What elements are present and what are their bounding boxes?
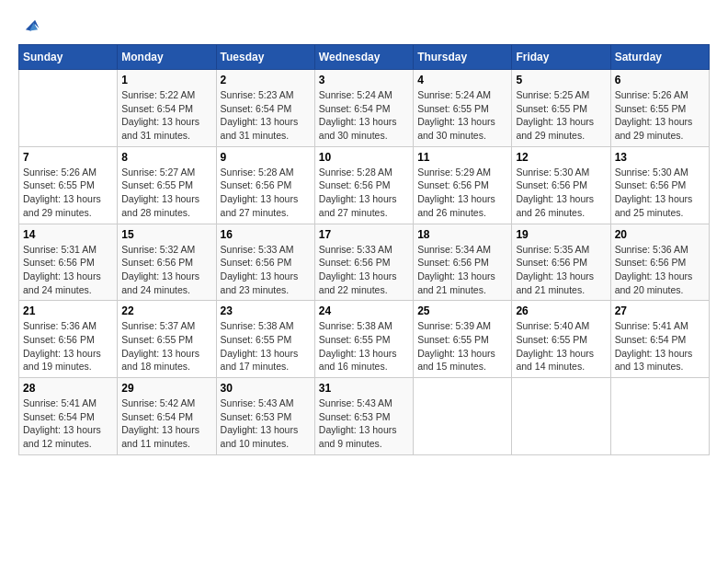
calendar-cell: 25Sunrise: 5:39 AM Sunset: 6:55 PM Dayli…: [414, 301, 512, 378]
day-number: 25: [417, 304, 507, 317]
day-number: 15: [121, 228, 211, 241]
day-number: 28: [23, 382, 113, 395]
day-number: 1: [121, 74, 211, 86]
calendar-cell: 31Sunrise: 5:43 AM Sunset: 6:53 PM Dayli…: [314, 378, 413, 455]
day-info: Sunrise: 5:30 AM Sunset: 6:56 PM Dayligh…: [516, 166, 606, 220]
calendar-body: 1Sunrise: 5:22 AM Sunset: 6:54 PM Daylig…: [19, 70, 710, 455]
day-number: 13: [615, 151, 705, 164]
calendar-cell: 29Sunrise: 5:42 AM Sunset: 6:54 PM Dayli…: [118, 378, 216, 455]
day-info: Sunrise: 5:28 AM Sunset: 6:56 PM Dayligh…: [319, 166, 409, 220]
calendar-cell: 21Sunrise: 5:36 AM Sunset: 6:56 PM Dayli…: [19, 301, 118, 378]
day-number: 21: [23, 304, 113, 317]
day-number: 4: [417, 74, 507, 86]
day-number: 16: [221, 228, 311, 241]
calendar-cell: [414, 378, 512, 455]
weekday-header: Thursday: [414, 45, 512, 70]
weekday-header: Friday: [512, 45, 610, 70]
calendar-week-row: 21Sunrise: 5:36 AM Sunset: 6:56 PM Dayli…: [19, 301, 710, 378]
logo: [18, 15, 40, 35]
calendar-cell: [512, 378, 610, 455]
calendar-cell: 22Sunrise: 5:37 AM Sunset: 6:55 PM Dayli…: [118, 301, 216, 378]
day-number: 2: [221, 74, 311, 86]
calendar-cell: 17Sunrise: 5:33 AM Sunset: 6:56 PM Dayli…: [314, 224, 413, 301]
day-number: 7: [23, 151, 113, 164]
day-number: 22: [121, 304, 211, 317]
day-info: Sunrise: 5:24 AM Sunset: 6:54 PM Dayligh…: [319, 88, 409, 143]
calendar-cell: 13Sunrise: 5:30 AM Sunset: 6:56 PM Dayli…: [610, 146, 709, 224]
day-info: Sunrise: 5:32 AM Sunset: 6:56 PM Dayligh…: [121, 243, 211, 297]
calendar-cell: 11Sunrise: 5:29 AM Sunset: 6:56 PM Dayli…: [414, 146, 512, 224]
day-info: Sunrise: 5:29 AM Sunset: 6:56 PM Dayligh…: [417, 166, 507, 220]
calendar-cell: 7Sunrise: 5:26 AM Sunset: 6:55 PM Daylig…: [19, 146, 118, 224]
day-number: 30: [221, 382, 311, 395]
calendar-cell: 16Sunrise: 5:33 AM Sunset: 6:56 PM Dayli…: [216, 224, 314, 301]
calendar-week-row: 14Sunrise: 5:31 AM Sunset: 6:56 PM Dayli…: [19, 224, 710, 301]
calendar-cell: 23Sunrise: 5:38 AM Sunset: 6:55 PM Dayli…: [216, 301, 314, 378]
weekday-header: Saturday: [610, 45, 709, 70]
calendar-cell: 15Sunrise: 5:32 AM Sunset: 6:56 PM Dayli…: [118, 224, 216, 301]
day-number: 26: [516, 304, 606, 317]
day-info: Sunrise: 5:33 AM Sunset: 6:56 PM Dayligh…: [319, 243, 409, 297]
day-info: Sunrise: 5:26 AM Sunset: 6:55 PM Dayligh…: [615, 88, 705, 143]
day-number: 9: [221, 151, 311, 164]
calendar-cell: 3Sunrise: 5:24 AM Sunset: 6:54 PM Daylig…: [314, 70, 413, 147]
day-number: 29: [121, 382, 211, 395]
day-number: 20: [615, 228, 705, 241]
calendar-week-row: 7Sunrise: 5:26 AM Sunset: 6:55 PM Daylig…: [19, 146, 710, 224]
day-info: Sunrise: 5:36 AM Sunset: 6:56 PM Dayligh…: [615, 243, 705, 297]
day-info: Sunrise: 5:36 AM Sunset: 6:56 PM Dayligh…: [23, 319, 113, 373]
day-info: Sunrise: 5:42 AM Sunset: 6:54 PM Dayligh…: [121, 396, 211, 451]
calendar-week-row: 1Sunrise: 5:22 AM Sunset: 6:54 PM Daylig…: [19, 70, 710, 147]
calendar-header: SundayMondayTuesdayWednesdayThursdayFrid…: [19, 45, 710, 70]
day-info: Sunrise: 5:39 AM Sunset: 6:55 PM Dayligh…: [417, 319, 507, 373]
weekday-header: Monday: [118, 45, 216, 70]
calendar-table: SundayMondayTuesdayWednesdayThursdayFrid…: [18, 44, 710, 455]
day-number: 8: [121, 151, 211, 164]
day-info: Sunrise: 5:22 AM Sunset: 6:54 PM Dayligh…: [121, 88, 211, 143]
calendar-cell: 26Sunrise: 5:40 AM Sunset: 6:55 PM Dayli…: [512, 301, 610, 378]
day-info: Sunrise: 5:41 AM Sunset: 6:54 PM Dayligh…: [23, 396, 113, 451]
day-number: 11: [417, 151, 507, 164]
day-info: Sunrise: 5:27 AM Sunset: 6:55 PM Dayligh…: [121, 166, 211, 220]
day-info: Sunrise: 5:41 AM Sunset: 6:54 PM Dayligh…: [615, 319, 705, 373]
day-info: Sunrise: 5:24 AM Sunset: 6:55 PM Dayligh…: [417, 88, 507, 143]
calendar-cell: 1Sunrise: 5:22 AM Sunset: 6:54 PM Daylig…: [118, 70, 216, 147]
day-number: 27: [615, 304, 705, 317]
day-number: 23: [221, 304, 311, 317]
day-number: 5: [516, 74, 606, 86]
calendar-cell: 4Sunrise: 5:24 AM Sunset: 6:55 PM Daylig…: [414, 70, 512, 147]
header: [18, 15, 710, 35]
calendar-cell: 27Sunrise: 5:41 AM Sunset: 6:54 PM Dayli…: [610, 301, 709, 378]
day-info: Sunrise: 5:33 AM Sunset: 6:56 PM Dayligh…: [221, 243, 311, 297]
day-info: Sunrise: 5:40 AM Sunset: 6:55 PM Dayligh…: [516, 319, 606, 373]
calendar-cell: 5Sunrise: 5:25 AM Sunset: 6:55 PM Daylig…: [512, 70, 610, 147]
calendar-cell: 19Sunrise: 5:35 AM Sunset: 6:56 PM Dayli…: [512, 224, 610, 301]
day-info: Sunrise: 5:43 AM Sunset: 6:53 PM Dayligh…: [221, 396, 311, 451]
calendar-cell: [19, 70, 118, 147]
day-info: Sunrise: 5:25 AM Sunset: 6:55 PM Dayligh…: [516, 88, 606, 143]
calendar-week-row: 28Sunrise: 5:41 AM Sunset: 6:54 PM Dayli…: [19, 378, 710, 455]
day-number: 3: [319, 74, 409, 86]
calendar-cell: 30Sunrise: 5:43 AM Sunset: 6:53 PM Dayli…: [216, 378, 314, 455]
day-number: 17: [319, 228, 409, 241]
calendar-cell: 2Sunrise: 5:23 AM Sunset: 6:54 PM Daylig…: [216, 70, 314, 147]
calendar-cell: 8Sunrise: 5:27 AM Sunset: 6:55 PM Daylig…: [118, 146, 216, 224]
calendar-cell: 14Sunrise: 5:31 AM Sunset: 6:56 PM Dayli…: [19, 224, 118, 301]
calendar-cell: [610, 378, 709, 455]
day-number: 24: [319, 304, 409, 317]
weekday-header: Sunday: [19, 45, 118, 70]
day-number: 10: [319, 151, 409, 164]
day-info: Sunrise: 5:28 AM Sunset: 6:56 PM Dayligh…: [221, 166, 311, 220]
day-number: 18: [417, 228, 507, 241]
page: SundayMondayTuesdayWednesdayThursdayFrid…: [0, 0, 728, 466]
day-info: Sunrise: 5:31 AM Sunset: 6:56 PM Dayligh…: [23, 243, 113, 297]
calendar-cell: 10Sunrise: 5:28 AM Sunset: 6:56 PM Dayli…: [314, 146, 413, 224]
day-number: 14: [23, 228, 113, 241]
day-info: Sunrise: 5:37 AM Sunset: 6:55 PM Dayligh…: [121, 319, 211, 373]
day-number: 19: [516, 228, 606, 241]
logo-icon: [20, 15, 40, 35]
day-info: Sunrise: 5:34 AM Sunset: 6:56 PM Dayligh…: [417, 243, 507, 297]
day-info: Sunrise: 5:23 AM Sunset: 6:54 PM Dayligh…: [221, 88, 311, 143]
day-info: Sunrise: 5:35 AM Sunset: 6:56 PM Dayligh…: [516, 243, 606, 297]
calendar-cell: 24Sunrise: 5:38 AM Sunset: 6:55 PM Dayli…: [314, 301, 413, 378]
